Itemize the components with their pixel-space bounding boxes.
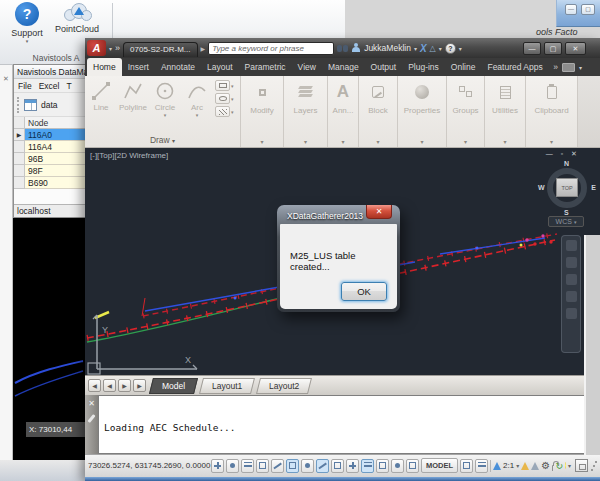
table-row[interactable]: 98F [14,165,87,177]
document-tab-next-icon[interactable] [201,45,206,52]
quick-access-overflow-icon[interactable] [115,43,120,53]
snap-mode-toggle[interactable] [226,459,239,473]
command-close-icon[interactable] [88,399,95,408]
quick-view-layouts-icon[interactable] [460,459,473,473]
tab-parametric[interactable]: Parametric [239,58,292,76]
block-expand-icon[interactable] [376,138,379,145]
model-space-button[interactable]: MODEL [421,458,458,473]
lock-icon[interactable] [552,465,553,471]
transparency-toggle[interactable] [376,459,389,473]
viewcube-top-face[interactable]: TOP [556,178,578,197]
viewcube[interactable]: N S W E TOP [540,161,594,215]
navigation-bar[interactable] [561,235,581,353]
tab-annotate[interactable]: Annotate [155,58,201,76]
selection-cycling-toggle[interactable] [406,459,419,473]
zoom-icon[interactable] [566,274,577,285]
clipboard-expand-icon[interactable] [550,138,553,145]
tab-home[interactable]: Home [87,58,122,76]
modify-expand-icon[interactable] [260,138,263,145]
showmotion-icon[interactable] [566,308,577,319]
tab-layout2[interactable]: Layout2 [256,378,312,394]
line-tool[interactable]: Line [85,80,117,112]
arc-dropdown-icon[interactable] [196,112,199,118]
dynamic-input-toggle[interactable] [346,459,359,473]
table-row[interactable]: 96B [14,153,87,165]
support-dropdown-icon[interactable] [26,38,29,44]
username[interactable]: JukkaMeklin [364,43,411,53]
pan-icon[interactable] [566,257,577,268]
maximize-button[interactable] [544,42,562,55]
grid-display-toggle[interactable] [241,459,254,473]
close-button[interactable] [565,42,586,55]
next-layout-button[interactable] [118,379,131,392]
search-binoculars-icon[interactable] [337,45,342,52]
bg-maximize-button[interactable] [581,4,595,15]
clipboard-panel[interactable]: Clipboard [526,76,578,147]
infer-constraints-toggle[interactable] [211,459,224,473]
viewcube-south[interactable]: S [564,209,569,216]
tab-layout1[interactable]: Layout1 [199,378,255,394]
data-toolbar-item[interactable]: data [41,100,58,110]
modify-panel[interactable]: Modify [241,76,284,147]
table-row[interactable]: 116A0 [14,129,87,141]
node-column-header[interactable]: Node [25,117,87,129]
logo-dropdown-icon[interactable] [109,45,112,52]
user-dropdown-icon[interactable] [414,45,417,52]
table-row[interactable]: B690 [14,177,87,189]
draw-panel-label[interactable]: Draw [85,135,240,145]
help-icon[interactable] [445,43,456,54]
steering-wheel-icon[interactable] [566,240,577,251]
tab-manage[interactable]: Manage [322,58,365,76]
prev-layout-button[interactable] [103,379,116,392]
object-snap-toggle[interactable] [286,459,299,473]
tab-output[interactable]: Output [365,58,403,76]
exchange-icon[interactable] [420,43,427,54]
annotation-panel[interactable]: A Ann... [328,76,359,147]
circle-dropdown-icon[interactable] [164,112,167,118]
tab-insert[interactable]: Insert [122,58,155,76]
quick-properties-toggle[interactable] [391,459,404,473]
block-panel[interactable]: Block [359,76,398,147]
autocad-logo[interactable]: A [87,40,106,56]
properties-expand-icon[interactable] [420,138,423,145]
tab-featured-apps[interactable]: Featured Apps [481,58,548,76]
tab-model[interactable]: Model [149,378,198,394]
annotation-visibility-icon[interactable] [521,462,529,470]
tab-layout[interactable]: Layout [201,58,239,76]
clean-screen-button[interactable] [575,459,588,472]
pointcloud-button[interactable]: PointCloud [50,2,104,34]
viewcube-west[interactable]: W [538,184,545,191]
communication-center-icon[interactable] [430,44,436,53]
ortho-mode-toggle[interactable] [256,459,269,473]
annotation-expand-icon[interactable] [341,138,344,145]
help-dropdown-icon[interactable] [459,45,462,52]
tab-online[interactable]: Online [445,58,482,76]
statusbar-menu-icon[interactable] [568,462,571,469]
search-input[interactable] [208,42,334,55]
hatch-tool[interactable] [215,106,234,117]
annotation-scale-dropdown-icon[interactable] [516,462,519,469]
table-row[interactable]: 116A4 [14,141,87,153]
toolbar-grip[interactable] [17,97,20,113]
menu-file[interactable]: File [18,81,32,91]
node-cell[interactable]: B690 [25,177,87,189]
properties-panel[interactable]: Properties [398,76,447,147]
polyline-tool[interactable]: Polyline [117,80,149,112]
minimize-button[interactable] [523,42,541,55]
tab-view[interactable]: View [292,58,322,76]
bg-minimize-button[interactable] [565,4,577,15]
polar-tracking-toggle[interactable] [271,459,284,473]
3d-object-snap-toggle[interactable] [301,459,314,473]
groups-expand-icon[interactable] [464,138,467,145]
workspace-gear-icon[interactable] [541,461,550,471]
dynamic-ucs-toggle[interactable] [331,459,344,473]
tab-plugins[interactable]: Plug-ins [402,58,445,76]
resize-grip[interactable] [590,460,597,472]
layers-panel[interactable]: Layers [284,76,328,147]
arc-tool[interactable]: Arc [181,80,213,118]
annotation-scale-value[interactable]: 2:1 [503,461,514,470]
coordinates-readout[interactable]: 73026.5274, 631745.2690, 0.0000 [88,461,209,470]
ok-button[interactable]: OK [341,282,387,301]
annotation-autoscale-icon[interactable] [531,462,539,470]
node-cell[interactable]: 116A0 [25,129,87,141]
